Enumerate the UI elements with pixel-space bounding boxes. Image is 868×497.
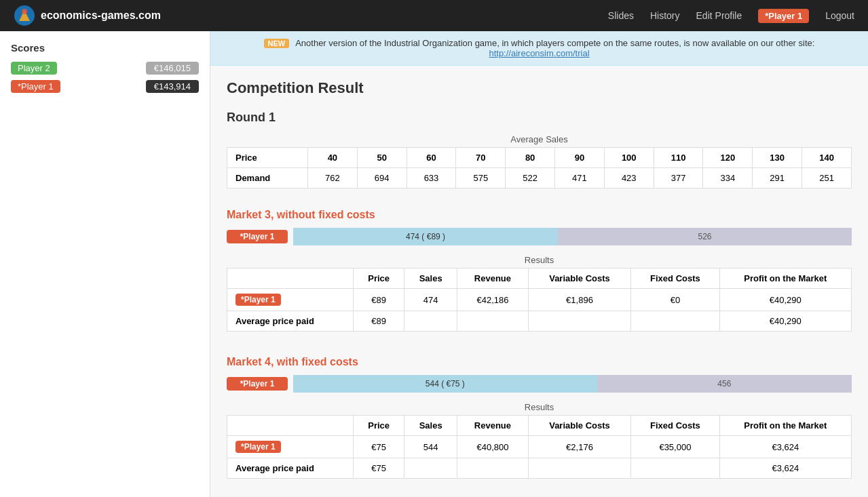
- demand-50: 694: [357, 168, 407, 188]
- market3-bar-gray: 526: [558, 228, 852, 245]
- market3-header-row: Price Sales Revenue Variable Costs Fixed…: [227, 269, 852, 289]
- m3-avg-profit: €40,290: [719, 311, 851, 332]
- m3-avg-price: €89: [354, 311, 404, 332]
- player1-score: €143,914: [146, 80, 199, 93]
- m4h-1: Price: [354, 416, 404, 436]
- market4-bar-row: *Player 1 544 ( €75 ) 456: [227, 375, 852, 393]
- round-title: Round 1: [227, 111, 852, 125]
- demand-110: 377: [654, 168, 703, 188]
- demand-row: Demand 762 694 633 575 522 471 423 377 3…: [227, 168, 852, 188]
- m4-avg-sales: [404, 458, 457, 479]
- avg-sales-table: Price 40 50 60 70 80 90 100 110 120 130 …: [227, 147, 852, 188]
- player1-label: *Player 1: [11, 80, 60, 93]
- market3-bar-gray-text: 526: [698, 232, 712, 241]
- announcement-text: Another version of the Industrial Organi…: [295, 38, 814, 48]
- m4-avg-profit: €3,624: [719, 458, 851, 479]
- col-price: Price: [227, 148, 308, 168]
- m3h-5: Fixed Costs: [631, 269, 719, 289]
- m3h-3: Revenue: [457, 269, 529, 289]
- market4-bar-container: 544 ( €75 ) 456: [293, 375, 852, 393]
- market3-bar-blue-text: 474 ( €89 ): [406, 232, 445, 241]
- brand-logo: economics-games.com: [14, 5, 161, 26]
- announcement-link[interactable]: http://aireconsim.com/trial: [489, 48, 589, 58]
- col-100: 100: [604, 148, 654, 168]
- main-content: NEW Another version of the Industrial Or…: [210, 31, 868, 497]
- market3-bar-container: 474 ( €89 ) 526: [293, 228, 852, 245]
- m4-p1-fixedcosts: €35,000: [631, 436, 719, 458]
- col-70: 70: [456, 148, 506, 168]
- new-badge: NEW: [264, 39, 290, 48]
- avg-sales-label: Average Sales: [227, 134, 852, 144]
- m3-p1-price: €89: [354, 289, 404, 311]
- m3h-1: Price: [354, 269, 404, 289]
- m4-p1-label: *Player 1: [227, 436, 354, 458]
- m3-player-badge: *Player 1: [235, 294, 281, 306]
- market4-bar-blue-text: 544 ( €75 ): [426, 379, 465, 389]
- m4h-3: Revenue: [457, 416, 529, 436]
- col-110: 110: [654, 148, 703, 168]
- demand-120: 334: [703, 168, 753, 188]
- m4h-4: Variable Costs: [528, 416, 630, 436]
- col-90: 90: [555, 148, 605, 168]
- market4-results-table: Price Sales Revenue Variable Costs Fixed…: [227, 415, 852, 479]
- col-120: 120: [703, 148, 753, 168]
- market4-bar-blue: 544 ( €75 ): [293, 375, 597, 393]
- m4-p1-profit: €3,624: [719, 436, 851, 458]
- layout: Scores Player 2 €146,015 *Player 1 €143,…: [0, 31, 868, 497]
- m4h-5: Fixed Costs: [631, 416, 719, 436]
- col-130: 130: [753, 148, 802, 168]
- m4h-6: Profit on the Market: [719, 416, 851, 436]
- market4-header-row: Price Sales Revenue Variable Costs Fixed…: [227, 416, 852, 436]
- score-row-player2: Player 2 €146,015: [11, 62, 199, 75]
- col-80: 80: [506, 148, 555, 168]
- market3-bar-row: *Player 1 474 ( €89 ) 526: [227, 228, 852, 245]
- m4h-0: [227, 416, 354, 436]
- m4-avg-revenue: [457, 458, 529, 479]
- market3-results-table: Price Sales Revenue Variable Costs Fixed…: [227, 268, 852, 332]
- demand-140: 251: [802, 168, 852, 188]
- player1-badge[interactable]: *Player 1: [758, 9, 809, 23]
- m3-p1-profit: €40,290: [719, 289, 851, 311]
- m3-p1-varcosts: €1,896: [528, 289, 630, 311]
- market3-avg-row: Average price paid €89 €40,290: [227, 311, 852, 332]
- demand-100: 423: [604, 168, 654, 188]
- nav-history[interactable]: History: [650, 10, 680, 21]
- player2-score: €146,015: [146, 62, 199, 75]
- market4-results: Results Price Sales Revenue Variable Cos…: [227, 402, 852, 479]
- nav-links: Slides History Edit Profile *Player 1 Lo…: [608, 9, 854, 23]
- col-50: 50: [357, 148, 407, 168]
- market3-player-label: *Player 1: [227, 230, 288, 243]
- demand-80: 522: [506, 168, 555, 188]
- m3h-2: Sales: [404, 269, 457, 289]
- market4-section: Market 4, with fixed costs *Player 1 544…: [227, 356, 852, 479]
- m4-p1-varcosts: €2,176: [528, 436, 630, 458]
- nav-edit-profile[interactable]: Edit Profile: [696, 10, 742, 21]
- player2-label: Player 2: [11, 62, 57, 75]
- demand-90: 471: [555, 168, 605, 188]
- scores-title: Scores: [11, 42, 199, 54]
- market4-bar-gray-text: 456: [717, 379, 731, 389]
- m4-player-badge: *Player 1: [235, 441, 281, 453]
- m3h-4: Variable Costs: [528, 269, 630, 289]
- m3-p1-sales: 474: [404, 289, 457, 311]
- m3-avg-revenue: [457, 311, 529, 332]
- market4-bar-gray: 456: [597, 375, 852, 393]
- nav-logout[interactable]: Logout: [825, 10, 854, 21]
- m4-p1-sales: 544: [404, 436, 457, 458]
- col-60: 60: [407, 148, 456, 168]
- announcement-bar: NEW Another version of the Industrial Or…: [210, 31, 868, 66]
- m3h-6: Profit on the Market: [719, 269, 851, 289]
- market4-avg-row: Average price paid €75 €3,624: [227, 458, 852, 479]
- m3-avg-sales: [404, 311, 457, 332]
- avg-sales-section: Average Sales Price 40 50 60 70 80 90 10…: [227, 134, 852, 188]
- m4-avg-fixedcosts: [631, 458, 719, 479]
- market3-player-row: *Player 1 €89 474 €42,186 €1,896 €0 €40,…: [227, 289, 852, 311]
- m3-p1-revenue: €42,186: [457, 289, 529, 311]
- nav-slides[interactable]: Slides: [608, 10, 634, 21]
- demand-label: Demand: [227, 168, 308, 188]
- m4h-2: Sales: [404, 416, 457, 436]
- svg-point-2: [22, 9, 27, 14]
- m3h-0: [227, 269, 354, 289]
- market3-results-label: Results: [227, 255, 852, 265]
- m3-avg-label: Average price paid: [227, 311, 354, 332]
